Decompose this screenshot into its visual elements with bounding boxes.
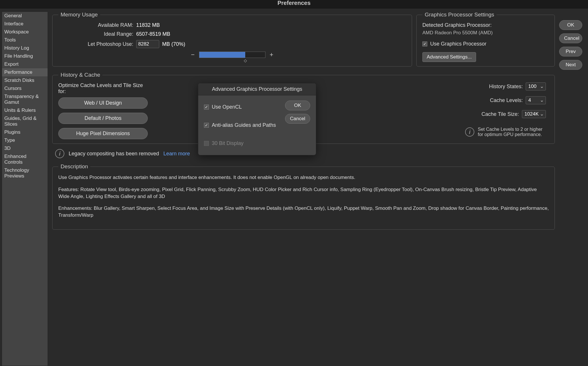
- 30bit-display-checkbox: [204, 141, 209, 146]
- available-ram-label: Available RAM:: [58, 22, 133, 28]
- sidebar-item-plugins[interactable]: Plugins: [2, 128, 48, 136]
- right-button-column: OK Cancel Prev Next: [559, 9, 588, 366]
- sidebar-item-enhanced-controls[interactable]: Enhanced Controls: [2, 152, 48, 166]
- gpu-settings-group: Graphics Processor Settings Detected Gra…: [416, 12, 555, 67]
- 30bit-display-label: 30 Bit Display: [212, 140, 244, 146]
- antialias-guides-label: Anti-alias Guides and Paths: [212, 122, 276, 128]
- sidebar-item-performance[interactable]: Performance: [2, 68, 48, 76]
- sidebar-item-3d[interactable]: 3D: [2, 144, 48, 152]
- ideal-range-value: 6507-8519 MB: [136, 31, 170, 37]
- use-opencl-label: Use OpenCL: [212, 104, 242, 110]
- sidebar-item-transparency-gamut[interactable]: Transparency & Gamut: [2, 93, 48, 106]
- memory-slider[interactable]: ◇: [199, 52, 265, 58]
- sidebar-item-cursors[interactable]: Cursors: [2, 84, 48, 93]
- antialias-guides-checkbox[interactable]: [204, 123, 209, 128]
- sidebar-item-guides-grid-slices[interactable]: Guides, Grid & Slices: [2, 114, 48, 128]
- use-gpu-checkbox[interactable]: [422, 41, 427, 46]
- cancel-button[interactable]: Cancel: [559, 33, 582, 43]
- history-legend: History & Cache: [58, 72, 102, 78]
- preset-huge-pixel-button[interactable]: Huge Pixel Dimensions: [58, 128, 148, 139]
- detected-gpu-label: Detected Graphics Processor:: [422, 22, 549, 28]
- cache-tile-label: Cache Tile Size:: [473, 111, 519, 117]
- available-ram-value: 11832 MB: [136, 22, 160, 28]
- info-icon: i: [465, 127, 474, 137]
- history-states-select[interactable]: 100: [526, 82, 546, 90]
- advanced-settings-button[interactable]: Advanced Settings...: [422, 52, 476, 62]
- legacy-compositing-text: Legacy compositing has been removed: [69, 151, 159, 157]
- learn-more-link[interactable]: Learn more: [163, 151, 190, 157]
- memory-usage-group: Memory Usage Available RAM: 11832 MB Ide…: [52, 12, 412, 67]
- sidebar-item-technology-previews[interactable]: Technology Previews: [2, 166, 48, 180]
- sidebar-item-units-rulers[interactable]: Units & Rulers: [2, 106, 48, 114]
- photoshop-use-suffix: MB (70%): [162, 41, 185, 47]
- sidebar-item-interface[interactable]: Interface: [2, 20, 48, 28]
- info-icon: i: [55, 149, 64, 158]
- ideal-range-label: Ideal Range:: [58, 31, 133, 37]
- description-p1: Use Graphics Processor activates certain…: [58, 174, 549, 181]
- photoshop-use-input[interactable]: [136, 40, 159, 48]
- sidebar-item-scratch-disks[interactable]: Scratch Disks: [2, 76, 48, 84]
- memory-plus-icon[interactable]: +: [270, 51, 274, 59]
- memory-minus-icon[interactable]: −: [191, 51, 195, 59]
- dialog-cancel-button[interactable]: Cancel: [285, 114, 310, 124]
- use-gpu-label: Use Graphics Processor: [430, 41, 486, 47]
- dialog-title: Advanced Graphics Processor Settings: [198, 83, 316, 95]
- ok-button[interactable]: OK: [559, 20, 582, 30]
- optimize-cache-label: Optimize Cache Levels and Tile Size for:: [58, 82, 148, 95]
- cache-tile-select[interactable]: 1024K: [522, 110, 546, 118]
- prev-button[interactable]: Prev: [559, 47, 582, 56]
- advanced-gpu-settings-dialog: Advanced Graphics Processor Settings Use…: [198, 83, 316, 155]
- content-area: Memory Usage Available RAM: 11832 MB Ide…: [48, 9, 559, 366]
- cache-levels-select[interactable]: 4: [526, 96, 546, 104]
- description-group: Description Use Graphics Processor activ…: [52, 163, 555, 230]
- dialog-ok-button[interactable]: OK: [285, 101, 310, 110]
- slider-handle-icon[interactable]: ◇: [244, 58, 247, 63]
- detected-gpu-value: AMD Radeon Pro 5500M (AMD): [422, 30, 549, 36]
- history-states-label: History States:: [477, 84, 523, 90]
- preset-default-photos-button[interactable]: Default / Photos: [58, 113, 148, 124]
- sidebar-item-file-handling[interactable]: File Handling: [2, 52, 48, 60]
- window-title: Preferences: [0, 0, 588, 9]
- sidebar-item-history-log[interactable]: History Log: [2, 44, 48, 52]
- preset-web-ui-button[interactable]: Web / UI Design: [58, 97, 148, 109]
- cache-hint-text: Set Cache Levels to 2 or higher for opti…: [478, 127, 546, 137]
- gpu-legend: Graphics Processor Settings: [422, 12, 497, 18]
- next-button[interactable]: Next: [559, 60, 582, 70]
- sidebar-item-general[interactable]: General: [2, 12, 48, 20]
- preferences-sidebar: General Interface Workspace Tools Histor…: [2, 12, 48, 366]
- cache-levels-label: Cache Levels:: [477, 97, 523, 103]
- sidebar-item-type[interactable]: Type: [2, 136, 48, 144]
- memory-legend: Memory Usage: [58, 12, 100, 18]
- sidebar-item-export[interactable]: Export: [2, 60, 48, 68]
- description-p2: Features: Rotate View tool, Birds-eye zo…: [58, 186, 549, 200]
- sidebar-item-workspace[interactable]: Workspace: [2, 28, 48, 36]
- sidebar-item-tools[interactable]: Tools: [2, 36, 48, 44]
- description-p3: Enhancements: Blur Gallery, Smart Sharpe…: [58, 205, 549, 219]
- photoshop-use-label: Let Photoshop Use:: [58, 41, 133, 47]
- use-opencl-checkbox[interactable]: [204, 105, 209, 110]
- description-legend: Description: [58, 163, 90, 170]
